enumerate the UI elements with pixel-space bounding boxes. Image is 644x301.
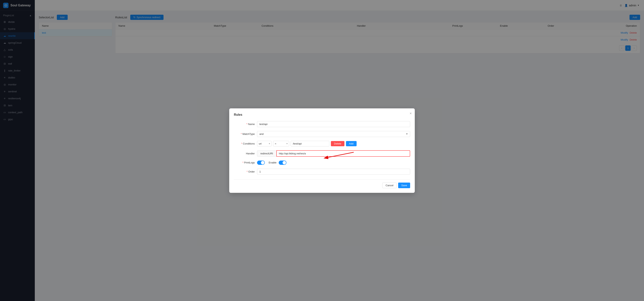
save-button[interactable]: Save bbox=[398, 183, 410, 188]
name-control bbox=[257, 121, 410, 127]
conditions-label: Conditions bbox=[234, 142, 257, 145]
conditions-inner: uri header query cookie host ip ▼ = != bbox=[257, 141, 410, 146]
printlogs-toggle-item bbox=[257, 161, 265, 165]
enable-slider bbox=[279, 161, 286, 165]
toggle-group: Enable bbox=[257, 161, 410, 165]
condition-type-wrapper: uri header query cookie host ip ▼ bbox=[257, 141, 272, 146]
modal-close-button[interactable]: × bbox=[410, 111, 412, 116]
name-row: Name bbox=[234, 121, 410, 127]
matchtype-label: MatchType bbox=[234, 133, 257, 135]
handler-inner: redirectURI bbox=[257, 150, 410, 157]
matchtype-control: and or ▼ bbox=[257, 131, 410, 137]
order-control bbox=[257, 169, 410, 175]
modal-footer: Cancel Save bbox=[234, 179, 410, 188]
printlogs-label: PrintLogs bbox=[234, 161, 257, 164]
printlogs-toggle[interactable] bbox=[257, 161, 265, 165]
matchtype-row: MatchType and or ▼ bbox=[234, 131, 410, 137]
modal-title: Rules bbox=[234, 113, 410, 116]
name-label: Name bbox=[234, 123, 257, 126]
conditions-delete-button[interactable]: Delete bbox=[331, 141, 344, 146]
conditions-control: uri header query cookie host ip ▼ = != bbox=[257, 141, 410, 146]
conditions-add-button[interactable]: Add bbox=[346, 141, 356, 146]
condition-type-select[interactable]: uri header query cookie host ip bbox=[257, 141, 272, 146]
enable-label: Enable bbox=[269, 161, 276, 164]
enable-toggle-item: Enable bbox=[269, 161, 286, 165]
handler-type-label: redirectURI bbox=[257, 150, 276, 156]
condition-op-wrapper: = != match contains ▼ bbox=[273, 141, 289, 146]
handler-control: redirectURI bbox=[257, 150, 410, 157]
handler-value-input[interactable] bbox=[276, 150, 410, 157]
rules-modal: Rules × Name MatchType and or ▼ Conditio… bbox=[229, 108, 415, 193]
order-input[interactable] bbox=[257, 169, 410, 175]
condition-value-input[interactable] bbox=[291, 141, 329, 146]
handler-row: Handler redirectURI bbox=[234, 150, 410, 157]
toggles-control: Enable bbox=[257, 161, 410, 165]
matchtype-select[interactable]: and or bbox=[257, 131, 410, 137]
printlogs-slider bbox=[257, 161, 265, 165]
condition-op-select[interactable]: = != match contains bbox=[273, 141, 289, 146]
modal-overlay: Rules × Name MatchType and or ▼ Conditio… bbox=[0, 0, 644, 301]
toggles-row: PrintLogs Enable bbox=[234, 161, 410, 165]
order-label: Order bbox=[234, 170, 257, 173]
name-input[interactable] bbox=[257, 121, 410, 127]
enable-toggle[interactable] bbox=[279, 161, 286, 165]
cancel-button[interactable]: Cancel bbox=[382, 183, 396, 188]
order-row: Order bbox=[234, 169, 410, 175]
conditions-row: Conditions uri header query cookie host … bbox=[234, 141, 410, 146]
handler-label: Handler bbox=[234, 152, 257, 155]
